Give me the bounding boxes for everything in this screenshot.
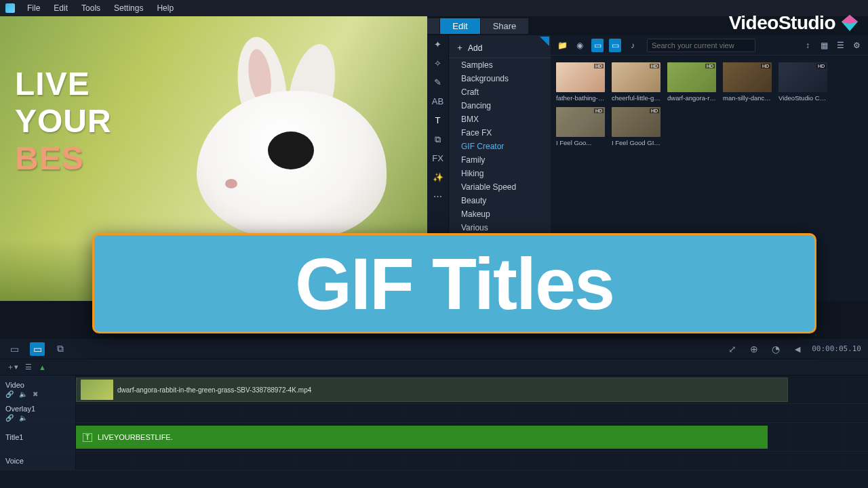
track-head-title[interactable]: Title1 [0,423,76,451]
track-head-video[interactable]: Video 🔗🔈✖ [0,375,76,403]
category-item[interactable]: Dancing [449,99,551,113]
storyboard-view-icon[interactable]: ▭ [7,342,22,356]
add-category-button[interactable]: ＋Add [449,38,551,58]
thumb-image [556,107,605,137]
import-icon[interactable]: 📁 [556,39,568,52]
scroll-left-icon[interactable]: ◄ [790,342,805,356]
multicam-icon[interactable]: ⧉ [53,342,68,356]
zoom-fit-icon[interactable]: ⤢ [725,342,740,356]
media-thumb[interactable]: I Feel Good GIF_1... [612,107,660,146]
category-item[interactable]: Family [449,153,551,167]
track-lane-overlay[interactable] [76,404,868,422]
thumb-image [778,62,827,92]
thumb-label: dwarf-angora-ra... [667,94,716,102]
media-thumb[interactable]: cheerful-little-girl... [612,62,660,102]
pin-icon[interactable] [540,37,549,46]
media-thumb[interactable]: man-silly-dancin... [723,62,772,102]
track-video: Video 🔗🔈✖ dwarf-angora-rabbit-in-the-gre… [0,375,868,404]
track-label: Overlay1 [5,405,70,413]
category-item[interactable]: Backgrounds [449,72,551,85]
category-item[interactable]: GIF Creator [449,140,551,153]
tool-icon-4[interactable]: T [431,115,445,127]
track-title: Title1 T LIVEYOURBESTLIFE. [0,423,868,451]
thumb-label: I Feel Good GIF_1... [612,139,660,146]
library-toolbar: 📁 ◉ ▭ ▭ ♪ ↕ ▦ ☰ ⚙ [551,35,868,56]
thumb-image [723,62,772,92]
tool-icon-8[interactable]: ⋯ [431,191,445,203]
tool-icon-1[interactable]: ✧ [431,58,445,70]
thumb-label: VideoStudio Capt... [778,94,827,102]
tool-icon-0[interactable]: ✦ [431,39,445,52]
media-thumb[interactable]: I Feel Goo... [556,107,605,146]
category-item[interactable]: BMX [449,113,551,126]
media-thumb[interactable]: father-bathing-lit... [556,62,605,102]
track-lane-title[interactable]: T LIVEYOURBESTLIFE. [76,423,868,451]
tool-icon-5[interactable]: ⧉ [431,134,445,146]
title-line-3: BES [15,140,112,177]
title-line-2: YOUR [15,102,112,140]
category-item[interactable]: Face FX [449,126,551,140]
track-head-overlay[interactable]: Overlay1 🔗🔈 [0,404,76,422]
track-lane-video[interactable]: dwarf-angora-rabbit-in-the-green-grass-S… [76,375,868,403]
capture-icon[interactable]: ◉ [574,39,586,52]
mute-icon[interactable]: 🔈 [19,390,27,398]
category-item[interactable]: Various [449,221,551,235]
thumb-label: man-silly-dancin... [723,94,772,102]
filter-photo-icon[interactable]: ▭ [609,39,621,52]
brand-text: VideoStudio [729,12,835,34]
link-icon[interactable]: 🔗 [5,414,14,422]
preview-subject [190,50,407,247]
view-thumb-icon[interactable]: ▦ [818,39,830,52]
play-marker-icon[interactable]: ▲ [39,363,46,371]
category-item[interactable]: Variable Speed [449,180,551,194]
track-menu-icon[interactable]: ☰ [25,363,32,371]
tab-share[interactable]: Share [481,18,530,34]
timeline-view-icon[interactable]: ▭ [30,342,45,356]
tool-icon-3[interactable]: AB [431,96,445,108]
plus-icon: ＋ [456,42,464,54]
menu-help[interactable]: Help [151,2,179,14]
options-icon[interactable]: ⚙ [850,39,863,52]
title-line-1: LIVE [15,65,112,102]
menu-file[interactable]: File [22,2,45,14]
track-lane-voice[interactable] [76,451,868,470]
clip-thumb [81,380,113,400]
category-item[interactable]: Beauty [449,194,551,207]
search-input[interactable] [647,39,755,52]
search-container [647,39,755,52]
category-item[interactable]: Makeup [449,207,551,221]
category-item[interactable]: Craft [449,85,551,99]
title-type-icon: T [83,433,92,442]
track-head-voice[interactable]: Voice [0,451,76,470]
mute-icon[interactable]: 🔈 [19,414,27,422]
zoom-in-icon[interactable]: ⊕ [747,342,762,356]
filter-video-icon[interactable]: ▭ [591,39,604,52]
tool-icon-2[interactable]: ✎ [431,77,445,89]
track-overlay: Overlay1 🔗🔈 [0,404,868,423]
category-item[interactable]: Hiking [449,167,551,180]
menu-edit[interactable]: Edit [48,2,73,14]
title-clip[interactable]: T LIVEYOURBESTLIFE. [76,426,768,449]
tool-icon-7[interactable]: ✨ [431,172,445,184]
sort-icon[interactable]: ↕ [802,39,814,52]
menu-settings[interactable]: Settings [108,2,149,14]
menu-tools[interactable]: Tools [76,2,106,14]
fx-icon[interactable]: ✖ [33,390,38,398]
thumb-label: cheerful-little-girl... [612,94,660,102]
tab-edit[interactable]: Edit [440,18,480,34]
filter-audio-icon[interactable]: ♪ [627,39,639,52]
add-track-icon[interactable]: ＋▾ [7,362,18,372]
tool-icon-6[interactable]: FX [431,153,445,165]
category-item[interactable]: Samples [449,58,551,72]
clock-icon[interactable]: ◔ [768,342,783,356]
link-icon[interactable]: 🔗 [5,390,14,398]
track-voice: Voice [0,451,868,470]
video-clip[interactable]: dwarf-angora-rabbit-in-the-green-grass-S… [76,378,788,402]
media-thumb[interactable]: dwarf-angora-ra... [667,62,716,102]
category-list: SamplesBackgroundsCraftDancingBMXFace FX… [449,58,551,262]
brand: VideoStudio [729,12,860,34]
tutorial-banner: GIF Titles [92,233,816,333]
thumb-label: father-bathing-lit... [556,94,605,102]
media-thumb[interactable]: VideoStudio Capt... [778,62,827,102]
view-list-icon[interactable]: ☰ [834,39,846,52]
